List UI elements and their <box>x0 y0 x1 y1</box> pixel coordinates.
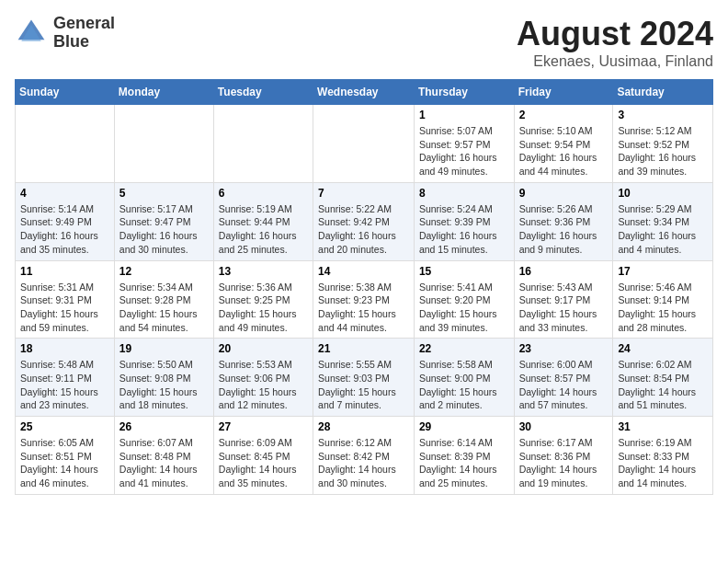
day-info: Sunrise: 5:48 AM Sunset: 9:11 PM Dayligh… <box>20 358 109 412</box>
day-info: Sunrise: 6:12 AM Sunset: 8:42 PM Dayligh… <box>318 436 409 490</box>
day-info: Sunrise: 5:07 AM Sunset: 9:57 PM Dayligh… <box>419 124 509 178</box>
day-info: Sunrise: 5:31 AM Sunset: 9:31 PM Dayligh… <box>20 281 109 335</box>
day-info: Sunrise: 5:46 AM Sunset: 9:14 PM Dayligh… <box>618 281 708 335</box>
day-number: 9 <box>519 187 609 200</box>
day-number: 7 <box>318 187 409 200</box>
day-number: 17 <box>618 265 708 278</box>
day-info: Sunrise: 5:58 AM Sunset: 9:00 PM Dayligh… <box>419 358 509 412</box>
calendar-cell: 11Sunrise: 5:31 AM Sunset: 9:31 PM Dayli… <box>16 260 115 339</box>
calendar-cell: 29Sunrise: 6:14 AM Sunset: 8:39 PM Dayli… <box>414 417 514 495</box>
day-number: 25 <box>20 420 109 433</box>
day-number: 14 <box>318 265 409 278</box>
title-area: August 2024 Ekenaes, Uusimaa, Finland <box>517 15 713 70</box>
calendar-cell: 21Sunrise: 5:55 AM Sunset: 9:03 PM Dayli… <box>313 339 415 417</box>
day-number: 13 <box>219 265 308 278</box>
day-info: Sunrise: 5:24 AM Sunset: 9:39 PM Dayligh… <box>419 202 509 257</box>
day-info: Sunrise: 6:14 AM Sunset: 8:39 PM Dayligh… <box>419 436 509 490</box>
calendar-cell: 13Sunrise: 5:36 AM Sunset: 9:25 PM Dayli… <box>213 260 313 339</box>
calendar-cell: 3Sunrise: 5:12 AM Sunset: 9:52 PM Daylig… <box>613 105 713 183</box>
day-info: Sunrise: 6:02 AM Sunset: 8:54 PM Dayligh… <box>618 358 708 412</box>
day-number: 26 <box>119 420 209 433</box>
calendar-cell: 9Sunrise: 5:26 AM Sunset: 9:36 PM Daylig… <box>514 182 613 260</box>
day-number: 23 <box>519 342 609 355</box>
calendar-cell: 28Sunrise: 6:12 AM Sunset: 8:42 PM Dayli… <box>313 417 415 495</box>
calendar-header: SundayMondayTuesdayWednesdayThursdayFrid… <box>16 80 713 105</box>
day-number: 3 <box>618 109 708 121</box>
calendar-cell: 23Sunrise: 6:00 AM Sunset: 8:57 PM Dayli… <box>514 339 613 417</box>
calendar-cell: 15Sunrise: 5:41 AM Sunset: 9:20 PM Dayli… <box>414 260 514 339</box>
calendar-cell: 31Sunrise: 6:19 AM Sunset: 8:33 PM Dayli… <box>613 417 713 495</box>
day-number: 28 <box>318 420 409 433</box>
day-number: 15 <box>419 265 509 278</box>
calendar-week-row: 25Sunrise: 6:05 AM Sunset: 8:51 PM Dayli… <box>16 417 713 495</box>
day-info: Sunrise: 6:19 AM Sunset: 8:33 PM Dayligh… <box>618 436 708 490</box>
day-info: Sunrise: 5:55 AM Sunset: 9:03 PM Dayligh… <box>318 358 409 412</box>
day-info: Sunrise: 5:36 AM Sunset: 9:25 PM Dayligh… <box>219 281 308 335</box>
day-info: Sunrise: 6:05 AM Sunset: 8:51 PM Dayligh… <box>20 436 109 490</box>
day-info: Sunrise: 6:17 AM Sunset: 8:36 PM Dayligh… <box>519 436 609 490</box>
calendar-cell: 25Sunrise: 6:05 AM Sunset: 8:51 PM Dayli… <box>16 417 115 495</box>
calendar-cell: 8Sunrise: 5:24 AM Sunset: 9:39 PM Daylig… <box>414 182 514 260</box>
calendar-week-row: 1Sunrise: 5:07 AM Sunset: 9:57 PM Daylig… <box>16 105 713 183</box>
location-subtitle: Ekenaes, Uusimaa, Finland <box>517 53 713 70</box>
calendar-cell: 17Sunrise: 5:46 AM Sunset: 9:14 PM Dayli… <box>613 260 713 339</box>
weekday-header-saturday: Saturday <box>613 80 713 105</box>
weekday-header-row: SundayMondayTuesdayWednesdayThursdayFrid… <box>16 80 713 105</box>
calendar-cell: 14Sunrise: 5:38 AM Sunset: 9:23 PM Dayli… <box>313 260 415 339</box>
calendar-cell: 16Sunrise: 5:43 AM Sunset: 9:17 PM Dayli… <box>514 260 613 339</box>
day-number: 27 <box>219 420 308 433</box>
calendar-cell: 22Sunrise: 5:58 AM Sunset: 9:00 PM Dayli… <box>414 339 514 417</box>
calendar-cell: 5Sunrise: 5:17 AM Sunset: 9:47 PM Daylig… <box>114 182 213 260</box>
calendar-cell <box>16 105 115 183</box>
day-number: 10 <box>618 187 708 200</box>
day-number: 18 <box>20 342 109 355</box>
logo-line1: General <box>53 15 115 33</box>
calendar-cell: 24Sunrise: 6:02 AM Sunset: 8:54 PM Dayli… <box>613 339 713 417</box>
calendar-cell: 4Sunrise: 5:14 AM Sunset: 9:49 PM Daylig… <box>16 182 115 260</box>
day-number: 12 <box>119 265 209 278</box>
generalblue-logo-icon <box>15 17 48 50</box>
day-number: 29 <box>419 420 509 433</box>
logo-text: General Blue <box>53 15 115 52</box>
calendar-cell <box>313 105 415 183</box>
day-info: Sunrise: 5:41 AM Sunset: 9:20 PM Dayligh… <box>419 281 509 335</box>
day-number: 30 <box>519 420 609 433</box>
day-number: 6 <box>219 187 308 200</box>
day-number: 16 <box>519 265 609 278</box>
calendar-week-row: 18Sunrise: 5:48 AM Sunset: 9:11 PM Dayli… <box>16 339 713 417</box>
logo-line2: Blue <box>53 33 115 52</box>
calendar-cell: 2Sunrise: 5:10 AM Sunset: 9:54 PM Daylig… <box>514 105 613 183</box>
calendar-cell: 27Sunrise: 6:09 AM Sunset: 8:45 PM Dayli… <box>213 417 313 495</box>
day-info: Sunrise: 5:43 AM Sunset: 9:17 PM Dayligh… <box>519 281 609 335</box>
day-number: 19 <box>119 342 209 355</box>
weekday-header-thursday: Thursday <box>414 80 514 105</box>
day-info: Sunrise: 5:14 AM Sunset: 9:49 PM Dayligh… <box>20 202 109 257</box>
calendar-cell <box>114 105 213 183</box>
weekday-header-tuesday: Tuesday <box>213 80 313 105</box>
calendar-cell: 10Sunrise: 5:29 AM Sunset: 9:34 PM Dayli… <box>613 182 713 260</box>
calendar-cell: 30Sunrise: 6:17 AM Sunset: 8:36 PM Dayli… <box>514 417 613 495</box>
day-info: Sunrise: 5:22 AM Sunset: 9:42 PM Dayligh… <box>318 202 409 257</box>
weekday-header-sunday: Sunday <box>16 80 115 105</box>
calendar-body: 1Sunrise: 5:07 AM Sunset: 9:57 PM Daylig… <box>16 105 713 495</box>
day-info: Sunrise: 5:12 AM Sunset: 9:52 PM Dayligh… <box>618 124 708 178</box>
day-number: 22 <box>419 342 509 355</box>
header-area: General Blue August 2024 Ekenaes, Uusima… <box>15 15 713 70</box>
day-info: Sunrise: 5:34 AM Sunset: 9:28 PM Dayligh… <box>119 281 209 335</box>
calendar-week-row: 11Sunrise: 5:31 AM Sunset: 9:31 PM Dayli… <box>16 260 713 339</box>
day-number: 5 <box>119 187 209 200</box>
month-year-title: August 2024 <box>517 15 713 53</box>
day-number: 21 <box>318 342 409 355</box>
calendar-week-row: 4Sunrise: 5:14 AM Sunset: 9:49 PM Daylig… <box>16 182 713 260</box>
weekday-header-monday: Monday <box>114 80 213 105</box>
calendar-cell: 19Sunrise: 5:50 AM Sunset: 9:08 PM Dayli… <box>114 339 213 417</box>
weekday-header-friday: Friday <box>514 80 613 105</box>
day-info: Sunrise: 6:00 AM Sunset: 8:57 PM Dayligh… <box>519 358 609 412</box>
day-info: Sunrise: 5:38 AM Sunset: 9:23 PM Dayligh… <box>318 281 409 335</box>
day-info: Sunrise: 6:09 AM Sunset: 8:45 PM Dayligh… <box>219 436 308 490</box>
day-number: 31 <box>618 420 708 433</box>
day-info: Sunrise: 5:29 AM Sunset: 9:34 PM Dayligh… <box>618 202 708 257</box>
calendar-cell: 7Sunrise: 5:22 AM Sunset: 9:42 PM Daylig… <box>313 182 415 260</box>
day-number: 20 <box>219 342 308 355</box>
calendar-cell <box>213 105 313 183</box>
